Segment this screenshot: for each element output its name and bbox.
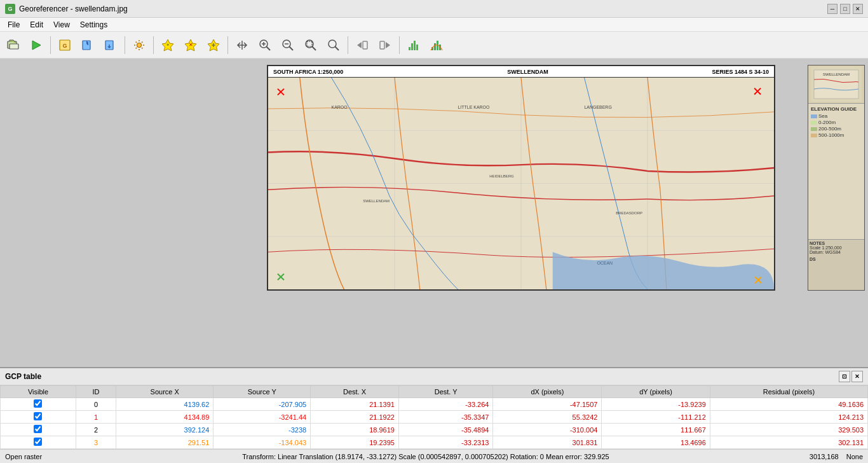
cell-source-x: 4134.89 [116, 411, 214, 424]
cell-id: 0 [76, 398, 116, 411]
svg-text:✕: ✕ [189, 42, 193, 48]
separator-4 [227, 36, 228, 54]
svg-text:LANGEBERG: LANGEBERG [585, 105, 612, 109]
cell-id: 1 [76, 411, 116, 424]
cell-dest-y: -33.264 [398, 398, 492, 411]
svg-rect-24 [307, 41, 312, 46]
gcp-table-row: 1 4134.89 -3241.44 21.1922 -35.3347 55.3… [1, 411, 868, 424]
svg-text:SWELLENDAM: SWELLENDAM [823, 73, 850, 76]
gcp-section: GCP table ⊡ ✕ Visible ID Source X Source… [0, 367, 868, 449]
cell-dest-x: 21.1391 [311, 398, 399, 411]
move-gcp-button[interactable] [203, 34, 224, 56]
cell-source-y: -207.905 [214, 398, 311, 411]
cell-dy: -111.212 [602, 411, 710, 424]
cell-dest-x: 19.2395 [311, 436, 399, 449]
map-canvas[interactable]: SOUTH AFRICA 1:250,000 SWELLENDAM SERIES… [267, 65, 775, 291]
menu-view[interactable]: View [48, 19, 75, 31]
svg-rect-1 [10, 44, 18, 49]
svg-text:LITTLE KAROO: LITTLE KAROO [458, 105, 491, 109]
col-dx: dX (pixels) [493, 386, 602, 398]
load-gcp-button[interactable] [77, 34, 98, 56]
generate-gdal-button[interactable]: G [54, 34, 76, 56]
separator-3 [153, 36, 154, 54]
zoom-layer-button[interactable] [300, 34, 322, 56]
gcp-table: Visible ID Source X Source Y Dest. X Des… [0, 385, 868, 449]
svg-text:OCEAN: OCEAN [597, 261, 613, 265]
gcp-restore-button[interactable]: ⊡ [839, 371, 850, 382]
titlebar: G Georeferencer - swellendam.jpg ─ □ ✕ [0, 0, 868, 18]
cell-source-x: 392.124 [116, 424, 214, 436]
cell-visible[interactable] [1, 424, 76, 436]
visible-checkbox[interactable] [34, 412, 42, 420]
svg-line-20 [290, 46, 294, 50]
map-area[interactable]: SOUTH AFRICA 1:250,000 SWELLENDAM SERIES… [0, 59, 868, 367]
cell-source-y: -134.043 [214, 436, 311, 449]
pan-button[interactable] [231, 34, 253, 56]
svg-text:+: + [166, 42, 170, 48]
visible-checkbox[interactable] [34, 425, 42, 433]
cell-dx: 55.3242 [493, 411, 602, 424]
status-transform: Transform: Linear Translation (18.9174, … [242, 453, 609, 460]
minimize-button[interactable]: ─ [827, 4, 837, 14]
visible-checkbox[interactable] [34, 399, 42, 408]
svg-text:KAROO: KAROO [332, 105, 348, 109]
col-id: ID [76, 386, 116, 398]
statusbar: Open raster Transform: Linear Translatio… [0, 449, 868, 463]
cell-visible[interactable] [1, 398, 76, 411]
maximize-button[interactable]: □ [840, 4, 850, 14]
menu-file[interactable]: File [3, 19, 25, 31]
close-button[interactable]: ✕ [853, 4, 863, 14]
menu-edit[interactable]: Edit [25, 19, 48, 31]
col-visible: Visible [1, 386, 76, 398]
separator-1 [50, 36, 51, 54]
visible-checkbox[interactable] [34, 438, 42, 446]
zoom-in-button[interactable] [254, 34, 276, 56]
cell-dest-y: -35.4894 [398, 424, 492, 436]
gcp-table-header-row: Visible ID Source X Source Y Dest. X Des… [1, 386, 868, 398]
map-title-center: SWELLENDAM [507, 69, 548, 75]
link-qgis-right-button[interactable] [374, 34, 396, 56]
cell-dx: -310.004 [493, 424, 602, 436]
histogram-full-button[interactable] [426, 34, 447, 56]
svg-rect-29 [409, 47, 410, 50]
svg-line-26 [336, 46, 339, 50]
cell-dest-y: -33.2313 [398, 436, 492, 449]
cell-residual: 124.213 [710, 411, 867, 424]
delete-point-button[interactable]: ✕ [180, 34, 201, 56]
add-point-button[interactable]: + [157, 34, 179, 56]
zoom-out-button[interactable] [277, 34, 299, 56]
col-residual: Residual (pixels) [710, 386, 867, 398]
cell-source-y: -3241.44 [214, 411, 311, 424]
zoom-full-button[interactable] [323, 34, 344, 56]
svg-rect-30 [411, 43, 413, 50]
svg-line-16 [267, 46, 271, 50]
open-raster-button[interactable] [3, 34, 24, 56]
cell-dest-x: 21.1922 [311, 411, 399, 424]
toolbar: G + ✕ [0, 32, 868, 59]
settings-button[interactable] [128, 34, 150, 56]
svg-rect-27 [363, 41, 367, 49]
gcp-table-body: 0 4139.62 -207.905 21.1391 -33.264 -47.1… [1, 398, 868, 449]
map-title-left: SOUTH AFRICA 1:250,000 [273, 69, 343, 75]
svg-rect-31 [414, 41, 416, 50]
svg-rect-28 [380, 41, 384, 49]
app-icon: G [5, 4, 15, 14]
save-gcp-button[interactable] [100, 34, 121, 56]
histogram-local-button[interactable] [403, 34, 424, 56]
window-controls: ─ □ ✕ [827, 4, 863, 14]
col-dy: dY (pixels) [602, 386, 710, 398]
link-qgis-left-button[interactable] [351, 34, 373, 56]
gcp-close-button[interactable]: ✕ [851, 371, 863, 382]
map-svg: KAROO LITTLE KAROO LANGEBERG SWELLENDAM … [268, 78, 774, 289]
menu-settings[interactable]: Settings [75, 19, 112, 31]
start-georef-button[interactable] [25, 34, 47, 56]
svg-text:HEIDELBERG: HEIDELBERG [489, 174, 514, 178]
svg-marker-2 [32, 41, 41, 50]
svg-point-25 [329, 40, 336, 48]
cell-visible[interactable] [1, 436, 76, 449]
cell-visible[interactable] [1, 411, 76, 424]
cell-residual: 329.503 [710, 424, 867, 436]
svg-text:BREDASDORP: BREDASDORP [616, 212, 642, 216]
cell-source-x: 4139.62 [116, 398, 214, 411]
svg-text:SWELLENDAM: SWELLENDAM [363, 199, 390, 203]
